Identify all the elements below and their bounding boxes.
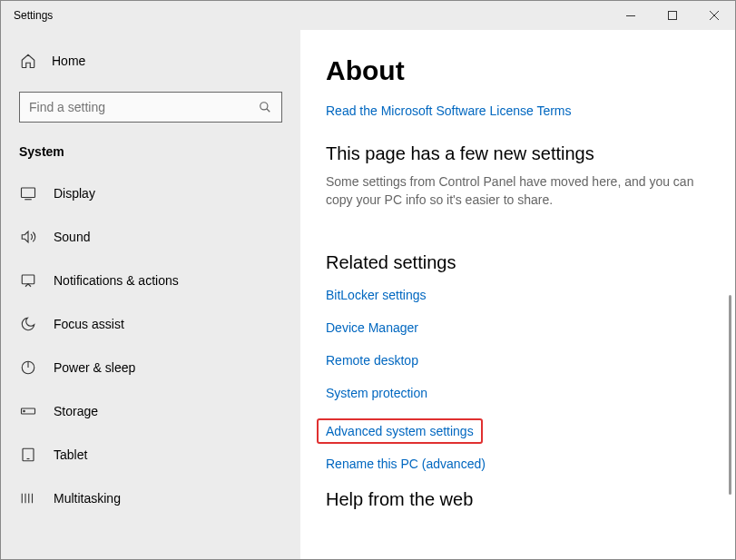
license-terms-link[interactable]: Read the Microsoft Software License Term…: [326, 103, 572, 118]
sidebar-item-display[interactable]: Display: [1, 172, 300, 215]
sidebar-item-storage[interactable]: Storage: [1, 389, 300, 433]
advanced-system-settings-highlight: Advanced system settings: [317, 418, 483, 444]
sidebar-item-focus-assist[interactable]: Focus assist: [1, 302, 300, 346]
sidebar-item-power-sleep[interactable]: Power & sleep: [1, 346, 300, 389]
new-settings-heading: This page has a few new settings: [326, 143, 715, 164]
multitasking-icon: [19, 490, 37, 506]
nav-label: Display: [54, 186, 95, 201]
search-input[interactable]: [19, 92, 282, 123]
window-controls: [610, 1, 735, 30]
search-field[interactable]: [29, 100, 258, 114]
home-nav[interactable]: Home: [1, 41, 300, 81]
page-title: About: [326, 55, 715, 86]
section-title: System: [1, 139, 300, 172]
new-settings-description: Some settings from Control Panel have mo…: [326, 173, 707, 209]
nav-label: Notifications & actions: [54, 273, 179, 288]
system-protection-link[interactable]: System protection: [326, 386, 715, 400]
close-button[interactable]: [693, 1, 735, 30]
svg-point-4: [260, 103, 268, 110]
remote-desktop-link[interactable]: Remote desktop: [326, 353, 715, 368]
titlebar: Settings: [1, 1, 735, 30]
sidebar-item-multitasking[interactable]: Multitasking: [1, 476, 300, 520]
svg-point-13: [24, 410, 25, 412]
help-from-web-heading: Help from the web: [326, 489, 715, 510]
sidebar-item-sound[interactable]: Sound: [1, 215, 300, 259]
svg-rect-6: [22, 188, 35, 198]
svg-line-5: [267, 109, 270, 113]
minimize-button[interactable]: [610, 1, 652, 30]
svg-rect-1: [669, 12, 677, 20]
window-title: Settings: [1, 9, 53, 22]
sidebar-item-notifications[interactable]: Notifications & actions: [1, 259, 300, 302]
rename-pc-link[interactable]: Rename this PC (advanced): [326, 457, 715, 471]
nav-label: Focus assist: [54, 317, 124, 331]
nav-label: Sound: [54, 230, 90, 244]
home-label: Home: [52, 54, 85, 68]
sidebar: Home System Display Sound Notifications …: [1, 30, 300, 559]
tablet-icon: [19, 447, 37, 463]
notifications-icon: [19, 272, 37, 289]
content-area: About Read the Microsoft Software Licens…: [300, 30, 735, 559]
nav-label: Multitasking: [54, 491, 121, 506]
nav-label: Power & sleep: [54, 360, 135, 375]
advanced-system-settings-link[interactable]: Advanced system settings: [326, 424, 474, 438]
home-icon: [19, 53, 37, 69]
sound-icon: [19, 229, 37, 245]
focus-assist-icon: [19, 316, 37, 332]
display-icon: [19, 185, 37, 201]
svg-rect-9: [22, 275, 34, 284]
svg-marker-8: [22, 231, 28, 242]
maximize-button[interactable]: [652, 1, 693, 30]
device-manager-link[interactable]: Device Manager: [326, 320, 715, 335]
nav-label: Tablet: [54, 447, 87, 462]
bitlocker-link[interactable]: BitLocker settings: [326, 288, 715, 302]
scrollbar-thumb[interactable]: [729, 295, 731, 495]
storage-icon: [19, 403, 37, 419]
nav-label: Storage: [54, 404, 98, 418]
sidebar-item-tablet[interactable]: Tablet: [1, 433, 300, 476]
power-icon: [19, 359, 37, 376]
related-settings-heading: Related settings: [326, 252, 715, 273]
search-icon: [258, 101, 272, 113]
